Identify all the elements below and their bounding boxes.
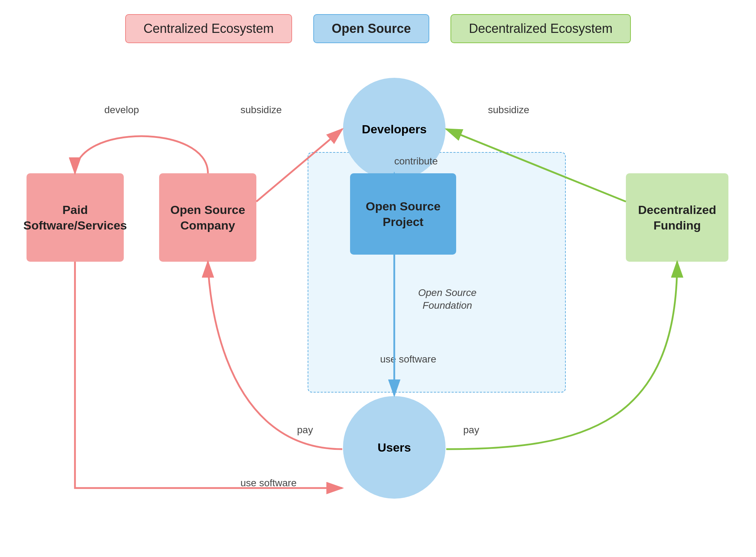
- legend-opensource: Open Source: [313, 14, 429, 43]
- develop-label: develop: [104, 104, 139, 116]
- use-software-top-label: use software: [380, 354, 436, 365]
- open-source-foundation-label: Open Source Foundation: [403, 286, 492, 312]
- subsidize-right-label: subsidize: [488, 104, 529, 116]
- paid-software-node: Paid Software/Services: [27, 173, 124, 262]
- open-source-company-node: Open Source Company: [159, 173, 256, 262]
- users-node: Users: [343, 396, 446, 499]
- pay-right-label: pay: [463, 424, 479, 436]
- legend-centralized: Centralized Ecosystem: [125, 14, 292, 43]
- legend: Centralized Ecosystem Open Source Decent…: [0, 14, 756, 43]
- open-source-project-node: Open Source Project: [350, 173, 456, 255]
- decentralized-funding-node: Decentralized Funding: [626, 173, 728, 262]
- legend-decentralized: Decentralized Ecosystem: [450, 14, 631, 43]
- use-software-bottom-label: use software: [240, 477, 297, 489]
- diagram-container: Centralized Ecosystem Open Source Decent…: [0, 0, 756, 557]
- pay-left-label: pay: [297, 424, 313, 436]
- contribute-label: contribute: [394, 156, 438, 167]
- subsidize-left-label: subsidize: [240, 104, 282, 116]
